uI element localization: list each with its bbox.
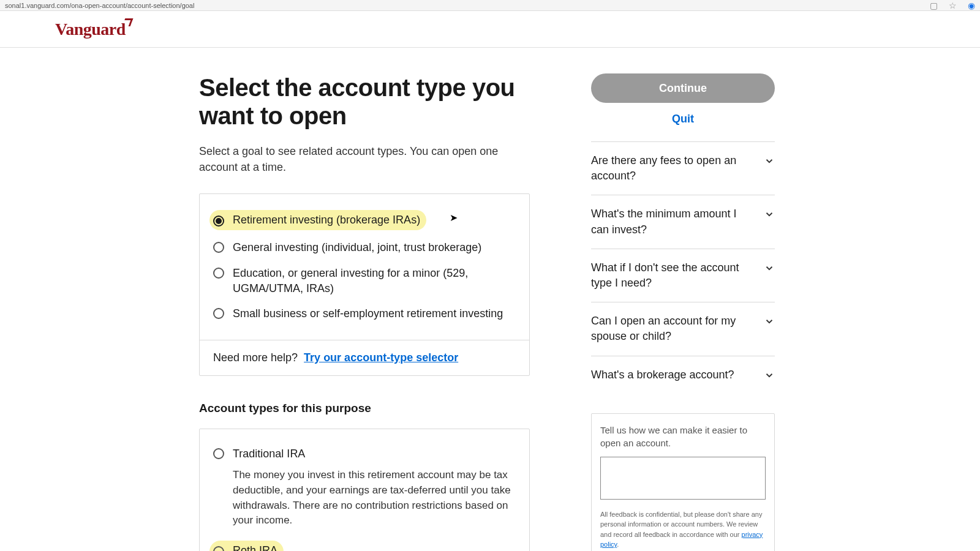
- help-row: Need more help? Try our account-type sel…: [200, 340, 529, 375]
- faq-question: Can I open an account for my spouse or c…: [591, 313, 756, 344]
- radio-icon: [213, 268, 224, 279]
- faq-fees[interactable]: Are there any fees to open an account?: [591, 141, 775, 195]
- header: Vanguard: [0, 11, 980, 48]
- radio-icon: [213, 242, 224, 253]
- account-type-label: Roth IRA: [233, 543, 277, 551]
- faq-question: What if I don't see the account type I n…: [591, 260, 756, 291]
- faq-question: What's a brokerage account?: [591, 367, 756, 383]
- continue-button[interactable]: Continue: [591, 73, 775, 103]
- faq-minimum[interactable]: What's the minimum amount I can invest?: [591, 195, 775, 248]
- faq-question: Are there any fees to open an account?: [591, 153, 756, 184]
- faq-brokerage[interactable]: What's a brokerage account?: [591, 356, 775, 394]
- goal-option-general[interactable]: General investing (individual, joint, tr…: [213, 240, 516, 255]
- account-type-label: Traditional IRA: [233, 446, 305, 462]
- vanguard-logo[interactable]: Vanguard: [55, 20, 126, 39]
- feedback-prompt: Tell us how we can make it easier to ope…: [600, 424, 766, 449]
- feedback-box: Tell us how we can make it easier to ope…: [591, 413, 775, 551]
- account-type-roth-ira[interactable]: Roth IRA: [213, 541, 516, 551]
- account-type-traditional-ira[interactable]: Traditional IRA The money you invest in …: [213, 446, 516, 528]
- radio-icon: [213, 448, 224, 459]
- goal-label: General investing (individual, joint, tr…: [233, 240, 481, 255]
- quit-button[interactable]: Quit: [591, 113, 775, 126]
- feedback-disclaimer: All feedback is confidential, but please…: [600, 509, 766, 550]
- goal-option-retirement[interactable]: Retirement investing (brokerage IRAs): [213, 210, 516, 230]
- radio-icon: [213, 308, 224, 319]
- chevron-down-icon: [764, 209, 775, 220]
- radio-icon: [213, 546, 224, 551]
- account-types-heading: Account types for this purpose: [199, 402, 530, 415]
- star-icon[interactable]: ☆: [949, 1, 957, 10]
- radio-selected-icon: [213, 216, 224, 227]
- goal-label: Small business or self-employment retire…: [233, 306, 503, 321]
- account-type-selector-link[interactable]: Try our account-type selector: [304, 351, 458, 364]
- chevron-down-icon: [764, 263, 775, 274]
- feedback-textarea[interactable]: [600, 457, 766, 500]
- chevron-down-icon: [764, 370, 775, 381]
- window-icon[interactable]: ▢: [930, 1, 938, 10]
- goal-option-education[interactable]: Education, or general investing for a mi…: [213, 266, 516, 296]
- browser-bar: sonal1.vanguard.com/ona-open-account/acc…: [0, 0, 980, 11]
- goals-card: Retirement investing (brokerage IRAs) Ge…: [199, 193, 530, 376]
- faq-spouse-child[interactable]: Can I open an account for my spouse or c…: [591, 302, 775, 355]
- chevron-down-icon: [764, 316, 775, 327]
- url-text: sonal1.vanguard.com/ona-open-account/acc…: [5, 2, 194, 9]
- account-types-card: Traditional IRA The money you invest in …: [199, 429, 530, 551]
- page-subtitle: Select a goal to see related account typ…: [199, 143, 530, 175]
- chevron-down-icon: [764, 156, 775, 167]
- account-type-desc: The money you invest in this retirement …: [233, 468, 516, 528]
- goal-label: Retirement investing (brokerage IRAs): [233, 212, 420, 228]
- faq-account-type[interactable]: What if I don't see the account type I n…: [591, 249, 775, 302]
- goal-option-small-business[interactable]: Small business or self-employment retire…: [213, 306, 516, 321]
- browser-icons: ▢ ☆ ◉: [930, 1, 975, 10]
- goal-label: Education, or general investing for a mi…: [233, 266, 516, 296]
- page-title: Select the account type you want to open: [199, 73, 530, 130]
- help-prefix: Need more help?: [213, 351, 298, 364]
- profile-icon[interactable]: ◉: [968, 1, 975, 10]
- faq-question: What's the minimum amount I can invest?: [591, 206, 756, 237]
